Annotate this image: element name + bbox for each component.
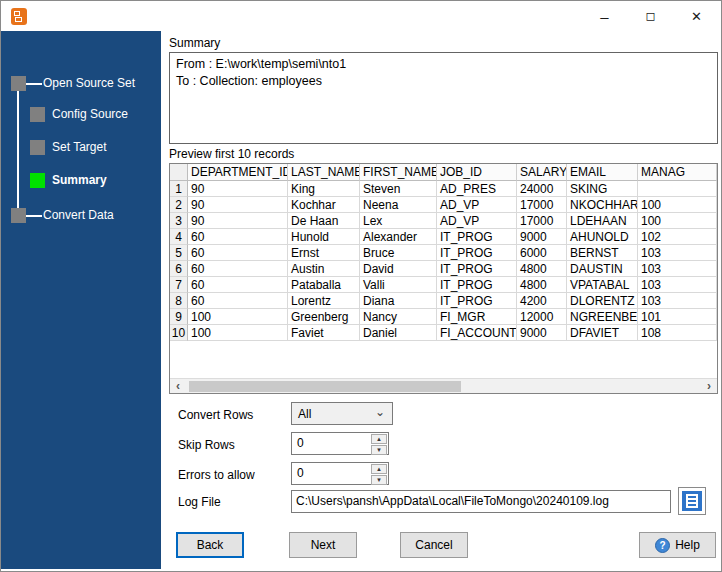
table-cell: Diana	[360, 293, 437, 309]
table-cell: 100	[638, 213, 717, 229]
table-cell: Alexander	[360, 229, 437, 245]
table-cell: 1	[170, 181, 188, 197]
table-cell: Nancy	[360, 309, 437, 325]
table-cell: 9000	[517, 229, 567, 245]
table-cell: 60	[188, 261, 288, 277]
table-cell: 6	[170, 261, 188, 277]
sidebar-item-convert-data[interactable]: Convert Data	[43, 208, 114, 223]
errors-to-allow-stepper[interactable]: 0 ▲ ▼	[291, 462, 389, 485]
spin-up-icon[interactable]: ▲	[371, 464, 387, 474]
convert-rows-dropdown[interactable]: All ⌄	[291, 402, 393, 425]
table-cell: 90	[188, 197, 288, 213]
sidebar-item-set-target[interactable]: Set Target	[52, 140, 106, 155]
step-marker-config-source[interactable]	[30, 107, 45, 122]
header-cell: SALARY	[517, 164, 567, 181]
table-row[interactable]: 190KingStevenAD_PRES24000SKING	[170, 181, 717, 197]
table-cell: King	[288, 181, 360, 197]
table-cell: BERNST	[567, 245, 638, 261]
spin-down-icon[interactable]: ▼	[371, 445, 387, 455]
table-cell: Lorentz	[288, 293, 360, 309]
table-cell	[638, 181, 717, 197]
table-cell: Steven	[360, 181, 437, 197]
help-button[interactable]: ? Help	[639, 532, 716, 558]
table-cell: Greenberg	[288, 309, 360, 325]
table-cell: 8	[170, 293, 188, 309]
table-cell: 4	[170, 229, 188, 245]
table-header-row: DEPARTMENT_IDLAST_NAMEFIRST_NAMEJOB_IDSA…	[170, 164, 717, 181]
table-cell: IT_PROG	[437, 261, 517, 277]
header-cell: LAST_NAME	[288, 164, 360, 181]
scrollbar-thumb[interactable]	[189, 381, 461, 392]
table-cell: AD_VP	[437, 197, 517, 213]
table-cell: 3	[170, 213, 188, 229]
header-cell: JOB_ID	[437, 164, 517, 181]
next-button[interactable]: Next	[289, 532, 357, 558]
table-row[interactable]: 660AustinDavidIT_PROG4800DAUSTIN103	[170, 261, 717, 277]
step-marker-summary-active[interactable]	[30, 173, 45, 188]
step-connector-line	[26, 83, 42, 85]
scrollbar-track[interactable]	[186, 379, 701, 394]
table-cell: 7	[170, 277, 188, 293]
table-row[interactable]: 9100GreenbergNancyFI_MGR12000NGREENBE101	[170, 309, 717, 325]
step-marker-open-source-set[interactable]	[11, 76, 26, 91]
scroll-left-icon[interactable]: ‹	[170, 379, 186, 394]
sidebar-item-config-source[interactable]: Config Source	[52, 107, 128, 122]
table-cell: 6000	[517, 245, 567, 261]
table-row[interactable]: 560ErnstBruceIT_PROG6000BERNST103	[170, 245, 717, 261]
preview-table: DEPARTMENT_IDLAST_NAMEFIRST_NAMEJOB_IDSA…	[169, 163, 718, 394]
skip-rows-label: Skip Rows	[178, 438, 235, 452]
view-log-button[interactable]	[678, 487, 706, 515]
table-row[interactable]: 760PataballaValliIT_PROG4800VPATABAL103	[170, 277, 717, 293]
table-row[interactable]: 460HunoldAlexanderIT_PROG9000AHUNOLD102	[170, 229, 717, 245]
table-cell: Kochhar	[288, 197, 360, 213]
table-cell: DFAVIET	[567, 325, 638, 341]
convert-rows-value: All	[298, 407, 311, 421]
minimize-button[interactable]: –	[582, 1, 627, 31]
table-row[interactable]: 390De HaanLexAD_VP17000LDEHAAN100	[170, 213, 717, 229]
close-button[interactable]: ✕	[674, 1, 719, 31]
horizontal-scrollbar[interactable]: ‹ ›	[170, 378, 717, 393]
table-cell: 108	[638, 325, 717, 341]
table-cell: LDEHAAN	[567, 213, 638, 229]
log-document-icon	[682, 491, 702, 511]
step-connector-line	[26, 215, 42, 217]
preview-label: Preview first 10 records	[169, 147, 294, 161]
table-row[interactable]: 10100FavietDanielFI_ACCOUNT9000DFAVIET10…	[170, 325, 717, 341]
table-cell: SKING	[567, 181, 638, 197]
table-cell: 103	[638, 293, 717, 309]
table-row[interactable]: 860LorentzDianaIT_PROG4200DLORENTZ103	[170, 293, 717, 309]
table-cell: 101	[638, 309, 717, 325]
table-cell: DLORENTZ	[567, 293, 638, 309]
skip-rows-value: 0	[297, 436, 304, 450]
preview-table-body: DEPARTMENT_IDLAST_NAMEFIRST_NAMEJOB_IDSA…	[170, 164, 717, 341]
spin-down-icon[interactable]: ▼	[371, 475, 387, 485]
table-cell: Daniel	[360, 325, 437, 341]
sidebar-item-open-source-set[interactable]: Open Source Set	[43, 76, 135, 91]
help-question-icon: ?	[655, 538, 670, 553]
table-cell: 4800	[517, 277, 567, 293]
spin-up-icon[interactable]: ▲	[371, 434, 387, 444]
table-cell: Valli	[360, 277, 437, 293]
table-cell: NKOCHHAR	[567, 197, 638, 213]
wizard-sidebar: Open Source Set Config Source Set Target…	[1, 31, 161, 569]
header-cell: FIRST_NAME	[360, 164, 437, 181]
table-row[interactable]: 290KochharNeenaAD_VP17000NKOCHHAR100	[170, 197, 717, 213]
table-cell: Pataballa	[288, 277, 360, 293]
table-cell: Austin	[288, 261, 360, 277]
skip-rows-stepper[interactable]: 0 ▲ ▼	[291, 432, 389, 455]
sidebar-item-summary[interactable]: Summary	[52, 173, 107, 188]
table-cell: 24000	[517, 181, 567, 197]
table-cell: 60	[188, 293, 288, 309]
log-file-input[interactable]: C:\Users\pansh\AppData\Local\FileToMongo…	[291, 490, 671, 513]
cancel-button[interactable]: Cancel	[400, 532, 468, 558]
summary-textbox[interactable]: From : E:\work\temp\semi\nto1 To : Colle…	[169, 52, 718, 144]
table-cell: 60	[188, 277, 288, 293]
table-cell: Lex	[360, 213, 437, 229]
step-marker-set-target[interactable]	[30, 140, 45, 155]
back-button[interactable]: Back	[176, 532, 244, 558]
table-cell: Neena	[360, 197, 437, 213]
table-cell: Bruce	[360, 245, 437, 261]
maximize-button[interactable]: ◻	[628, 1, 673, 31]
step-marker-convert-data[interactable]	[11, 208, 26, 223]
scroll-right-icon[interactable]: ›	[701, 379, 717, 394]
